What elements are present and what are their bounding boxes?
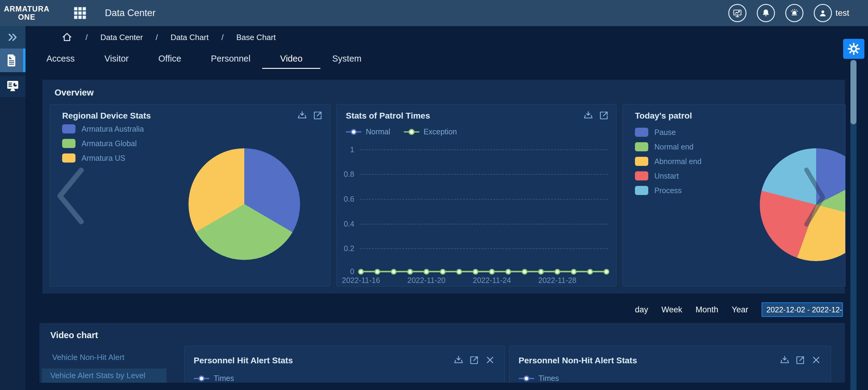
line-legend: Times bbox=[194, 374, 234, 383]
line-legend: Normal Exception bbox=[346, 127, 457, 136]
legend-item-armatura-australia[interactable]: Armatura Australia bbox=[62, 124, 144, 133]
data-point bbox=[457, 269, 462, 274]
breadcrumb-separator: / bbox=[155, 33, 158, 42]
document-chart-icon bbox=[5, 53, 18, 67]
legend-item-process[interactable]: Process bbox=[635, 186, 702, 195]
data-point bbox=[473, 269, 478, 274]
legend-item-armatura-us[interactable]: Armatura US bbox=[62, 153, 144, 162]
home-icon[interactable] bbox=[61, 32, 73, 43]
tab-office[interactable]: Office bbox=[158, 54, 181, 64]
tab-access[interactable]: Access bbox=[46, 54, 74, 64]
legend-label: Normal end bbox=[654, 143, 693, 151]
gridline bbox=[360, 199, 608, 200]
open-external-icon[interactable] bbox=[469, 355, 480, 365]
legend-item-normal[interactable]: Normal bbox=[346, 127, 390, 136]
sidebar-expand-button[interactable] bbox=[0, 26, 26, 49]
open-external-icon[interactable] bbox=[598, 110, 610, 121]
legend-label: Abnormal end bbox=[654, 157, 702, 166]
legend-item-abnormal-end[interactable]: Abnormal end bbox=[635, 157, 702, 166]
app-grid-icon[interactable] bbox=[72, 5, 88, 21]
legend-swatch bbox=[635, 142, 648, 151]
dashboard-monitor-icon[interactable] bbox=[728, 4, 746, 22]
close-icon[interactable] bbox=[811, 355, 822, 365]
legend-item-normal-end[interactable]: Normal end bbox=[635, 142, 702, 151]
carousel-right-arrow[interactable] bbox=[803, 167, 827, 228]
legend-swatch bbox=[62, 153, 75, 162]
tab-system[interactable]: System bbox=[332, 54, 362, 64]
legend-item-times[interactable]: Times bbox=[519, 374, 559, 383]
data-point bbox=[571, 269, 577, 274]
legend-label: Times bbox=[538, 374, 559, 383]
topbar-actions: test bbox=[728, 4, 868, 22]
gridline bbox=[360, 150, 608, 150]
user-name: test bbox=[836, 8, 849, 18]
date-range-picker[interactable]: 2022-12-02 - 2022-12-0 bbox=[762, 302, 843, 317]
filter-month-button[interactable]: Month bbox=[695, 305, 718, 314]
notification-bell-icon[interactable] bbox=[757, 4, 775, 22]
download-icon[interactable] bbox=[583, 110, 594, 121]
legend-marker bbox=[519, 375, 534, 382]
card-todays-patrol: Today's patrol Pause Normal end Abnormal… bbox=[622, 104, 845, 287]
top-bar: ARMATURA ONE Data Center bbox=[0, 0, 868, 26]
download-icon[interactable] bbox=[297, 110, 308, 121]
overview-title: Overview bbox=[55, 88, 94, 98]
download-icon[interactable] bbox=[453, 355, 464, 365]
list-item-vehicle-non-hit-alert[interactable]: Vehicle Non-Hit Alert bbox=[52, 353, 124, 362]
tab-video[interactable]: Video bbox=[280, 54, 303, 64]
legend-swatch bbox=[62, 139, 75, 148]
filter-year-button[interactable]: Year bbox=[732, 305, 748, 314]
legend-item-unstart[interactable]: Unstart bbox=[635, 171, 702, 180]
time-filter-row: day Week Month Year 2022-12-02 - 2022-12… bbox=[635, 302, 843, 317]
sidebar-item-monitor-stats[interactable] bbox=[0, 76, 26, 97]
download-icon[interactable] bbox=[779, 355, 790, 365]
video-chart-panel: Video chart Vehicle Non-Hit Alert Vehicl… bbox=[39, 323, 845, 383]
x-axis-tick: 2022-11-28 bbox=[532, 276, 583, 285]
settings-gear-button[interactable] bbox=[843, 39, 864, 59]
gridline bbox=[360, 224, 608, 224]
breadcrumb-item-data-center[interactable]: Data Center bbox=[100, 33, 143, 42]
alarm-siren-icon[interactable] bbox=[785, 4, 803, 22]
regional-device-pie-chart[interactable] bbox=[188, 148, 300, 260]
exception-series-line[interactable] bbox=[361, 271, 607, 272]
vertical-scrollbar-thumb[interactable] bbox=[850, 60, 857, 124]
app-title: Data Center bbox=[105, 7, 155, 19]
user-menu[interactable]: test bbox=[814, 4, 849, 22]
open-external-icon[interactable] bbox=[312, 110, 323, 121]
open-external-icon[interactable] bbox=[795, 355, 806, 365]
data-point bbox=[375, 269, 380, 274]
breadcrumb-item-base-chart[interactable]: Base Chart bbox=[237, 33, 276, 42]
data-point bbox=[505, 269, 511, 274]
card-actions bbox=[779, 355, 822, 365]
card-title: Stats of Patrol Times bbox=[346, 111, 430, 121]
legend-marker bbox=[404, 128, 420, 135]
legend-marker bbox=[346, 128, 362, 135]
breadcrumb-item-data-chart[interactable]: Data Chart bbox=[170, 33, 209, 42]
card-title: Personnel Non-Hit Alert Stats bbox=[519, 356, 637, 365]
legend-swatch bbox=[635, 186, 648, 195]
card-stats-of-patrol-times: Stats of Patrol Times Normal Exception 1… bbox=[336, 104, 616, 287]
legend-item-pause[interactable]: Pause bbox=[635, 128, 702, 137]
legend-swatch bbox=[62, 124, 75, 133]
user-avatar-icon[interactable] bbox=[814, 4, 832, 22]
tab-visitor[interactable]: Visitor bbox=[104, 54, 128, 64]
video-chart-title: Video chart bbox=[50, 330, 98, 340]
list-item-vehicle-alert-stats-by-level[interactable]: Vehicle Alert Stats by Level bbox=[42, 368, 167, 383]
pie-legend: Armatura Australia Armatura Global Armat… bbox=[62, 124, 144, 162]
tab-personnel[interactable]: Personnel bbox=[211, 54, 251, 64]
breadcrumb-separator: / bbox=[221, 33, 223, 42]
filter-day-button[interactable]: day bbox=[635, 305, 648, 314]
legend-item-exception[interactable]: Exception bbox=[404, 127, 457, 136]
filter-week-button[interactable]: Week bbox=[661, 305, 683, 314]
legend-item-times[interactable]: Times bbox=[194, 374, 234, 383]
card-personnel-non-hit-alert-stats: Personnel Non-Hit Alert Stats Times bbox=[509, 346, 831, 383]
brand-logo: ARMATURA ONE bbox=[0, 5, 53, 21]
y-axis-tick: 0.2 bbox=[337, 244, 354, 253]
data-point bbox=[391, 269, 397, 274]
legend-label: Exception bbox=[424, 127, 457, 136]
carousel-left-arrow[interactable] bbox=[56, 167, 86, 225]
x-axis-tick: 2022-11-20 bbox=[401, 276, 452, 285]
sidebar-item-data-chart[interactable] bbox=[0, 49, 26, 72]
close-icon[interactable] bbox=[485, 355, 496, 365]
y-axis-tick: 1 bbox=[337, 145, 354, 154]
legend-item-armatura-global[interactable]: Armatura Global bbox=[62, 139, 144, 148]
